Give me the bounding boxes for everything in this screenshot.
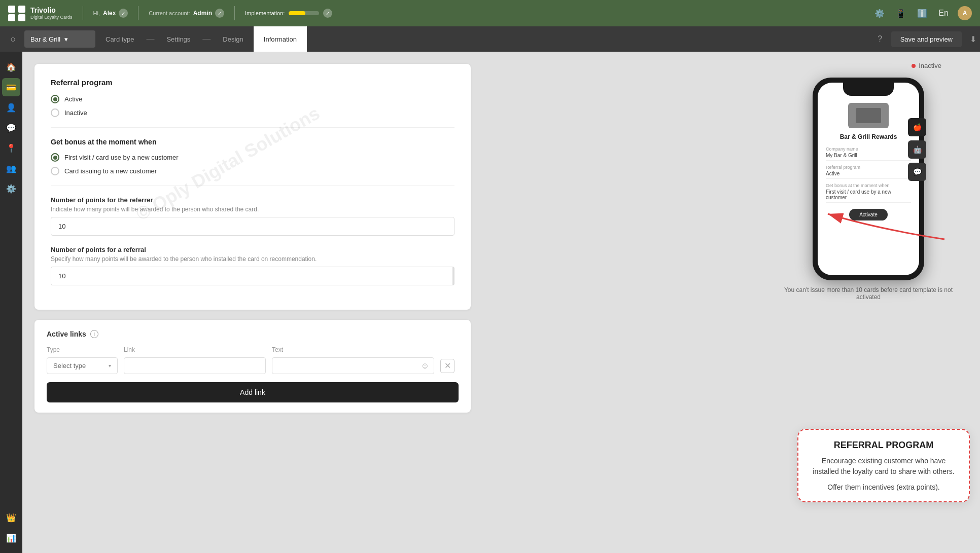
referral-points-group: Number of points for a referral Specify … xyxy=(51,246,454,285)
referrer-points-input[interactable] xyxy=(51,217,454,236)
breadcrumb-settings[interactable]: Settings xyxy=(156,26,200,52)
info-icon[interactable]: ℹ️ xyxy=(915,6,929,20)
link-input[interactable] xyxy=(124,357,266,374)
sidebar-icon-analytics[interactable]: 📊 xyxy=(2,529,20,547)
current-account-area: Current account: Admin xyxy=(149,9,224,18)
language-selector[interactable]: En xyxy=(936,6,951,20)
brand-name: Trivolio Digital Loyalty Cards xyxy=(30,6,73,20)
type-select-wrapper: Select type ▾ xyxy=(47,357,118,374)
settings-icon[interactable]: ⚙️ xyxy=(872,6,887,20)
apple-wallet-button[interactable]: 🍎 xyxy=(908,118,926,136)
referral-points-desc: Specify how many points will be awarded … xyxy=(51,255,454,263)
right-panel: Inactive Bar & Grill Rewards Company nam… xyxy=(757,52,980,553)
phone-card-image xyxy=(848,103,889,128)
emoji-icon[interactable]: ☺ xyxy=(421,361,429,371)
active-links-title: Active links xyxy=(47,330,86,338)
status-radio-group: Active Inactive xyxy=(51,95,454,117)
active-links-header: Active links i xyxy=(47,330,459,338)
main-layout: 🏠 💳 👤 💬 📍 👥 ⚙️ 👑 📊 © Oply Digital Soluti… xyxy=(0,52,980,553)
help-icon[interactable]: ? xyxy=(873,32,887,46)
sidebar-icon-chat[interactable]: 💬 xyxy=(2,119,20,137)
chevron-down-icon: ▾ xyxy=(109,363,111,368)
bonus-radio-group: First visit / card use by a new customer… xyxy=(51,153,454,175)
account-status-dot xyxy=(215,9,224,18)
mobile-icon[interactable]: 📱 xyxy=(894,6,908,20)
download-icon[interactable]: ⬇ xyxy=(966,32,980,46)
breadcrumb-navigation: ○ Bar & Grill ▾ Card type — Settings — D… xyxy=(0,26,980,52)
breadcrumb-back-icon[interactable]: ○ xyxy=(4,30,22,48)
col-type: Type xyxy=(47,346,118,353)
sidebar-icon-user[interactable]: 👤 xyxy=(2,98,20,117)
type-select-button[interactable]: Select type ▾ xyxy=(47,357,118,374)
tooltip-popup: REFERRAL PROGRAM Encourage existing cust… xyxy=(797,429,970,502)
sidebar-icon-card[interactable]: 💳 xyxy=(2,78,20,96)
nav-right-icons: ⚙️ 📱 ℹ️ En A xyxy=(872,6,972,20)
sidebar-icon-crown[interactable]: 👑 xyxy=(2,508,20,527)
breadcrumb-design[interactable]: Design xyxy=(213,26,253,52)
sidebar-icon-location[interactable]: 📍 xyxy=(2,139,20,157)
implementation-progress-bar xyxy=(289,11,319,15)
greeting-area: Hi, Alex xyxy=(93,9,128,18)
warning-text: You can't issue more than 10 cards befor… xyxy=(765,286,972,301)
inactive-badge: Inactive xyxy=(912,62,941,69)
add-link-button[interactable]: Add link xyxy=(47,382,459,402)
section-divider-1 xyxy=(51,127,454,128)
active-links-info-icon[interactable]: i xyxy=(90,330,98,338)
tooltip-text2: Offer them incentives (extra points). xyxy=(811,483,957,491)
col-link: Link xyxy=(124,346,266,353)
referrer-points-group: Number of points for the referrer Indica… xyxy=(51,196,454,236)
tooltip-text: Encourage existing customer who have ins… xyxy=(811,456,957,477)
referral-program-card: Referral program Active Inactive Get bon… xyxy=(34,64,471,310)
nav-divider-3 xyxy=(234,6,235,20)
inactive-dot-icon xyxy=(912,64,916,68)
remove-link-button[interactable]: ✕ xyxy=(440,359,454,373)
save-preview-button[interactable]: Save and preview xyxy=(891,31,962,47)
text-input[interactable] xyxy=(272,357,434,374)
android-wallet-button[interactable]: 🤖 xyxy=(908,140,926,159)
section-divider-2 xyxy=(51,186,454,186)
first-visit-radio-circle xyxy=(51,153,59,162)
first-visit-radio[interactable]: First visit / card use by a new customer xyxy=(51,153,454,162)
active-radio-circle xyxy=(51,95,59,103)
referral-points-label: Number of points for a referral xyxy=(51,246,454,253)
logo-icon xyxy=(8,6,26,21)
active-links-section: Active links i Type Link Text Select typ… xyxy=(34,320,471,413)
phone-notch xyxy=(843,83,894,96)
referrer-points-label: Number of points for the referrer xyxy=(51,196,454,204)
message-wallet-button[interactable]: 💬 xyxy=(908,163,926,181)
breadcrumb-sep-1: — xyxy=(144,34,156,44)
breadcrumb-card-type[interactable]: Card type xyxy=(95,26,144,52)
col-text: Text xyxy=(272,346,434,353)
bonus-section-title: Get bonus at the moment when xyxy=(51,138,454,146)
implementation-status-dot xyxy=(323,9,332,18)
referrer-points-desc: Indicate how many points will be awarded… xyxy=(51,206,454,213)
links-table-header: Type Link Text xyxy=(47,346,459,353)
arrow-svg xyxy=(802,199,955,260)
implementation-progress-fill xyxy=(289,11,305,15)
avatar[interactable]: A xyxy=(958,6,972,20)
sidebar-icon-home[interactable]: 🏠 xyxy=(2,58,20,76)
implementation-area: Implementation: xyxy=(245,9,332,18)
referral-program-title: Referral program xyxy=(51,78,454,87)
nav-divider xyxy=(83,6,83,20)
location-dropdown[interactable]: Bar & Grill ▾ xyxy=(24,30,95,48)
logo-area: Trivolio Digital Loyalty Cards xyxy=(8,6,73,21)
inactive-radio-circle xyxy=(51,108,59,117)
top-navigation: Trivolio Digital Loyalty Cards Hi, Alex … xyxy=(0,0,980,26)
links-table-row: Select type ▾ ☺ ✕ xyxy=(47,357,459,374)
inactive-radio[interactable]: Inactive xyxy=(51,108,454,117)
sidebar-icon-team[interactable]: 👥 xyxy=(2,159,20,177)
user-status-dot xyxy=(119,9,128,18)
tooltip-title: REFERRAL PROGRAM xyxy=(811,440,957,451)
phone-company-name-field: Company name My Bar & Grill xyxy=(826,146,911,161)
content-area: © Oply Digital Solutions Referral progra… xyxy=(22,52,757,553)
referral-points-input[interactable] xyxy=(51,267,454,285)
phone-referral-program-field: Referral program Active xyxy=(826,165,911,179)
active-radio[interactable]: Active xyxy=(51,95,454,103)
phone-card-title: Bar & Grill Rewards xyxy=(826,133,911,140)
sidebar-icon-settings[interactable]: ⚙️ xyxy=(2,179,20,198)
card-issuing-radio-circle xyxy=(51,167,59,175)
card-issuing-radio[interactable]: Card issuing to a new customer xyxy=(51,167,454,175)
breadcrumb-information[interactable]: Information xyxy=(254,26,307,52)
phone-side-buttons: 🍎 🤖 💬 xyxy=(908,118,926,181)
